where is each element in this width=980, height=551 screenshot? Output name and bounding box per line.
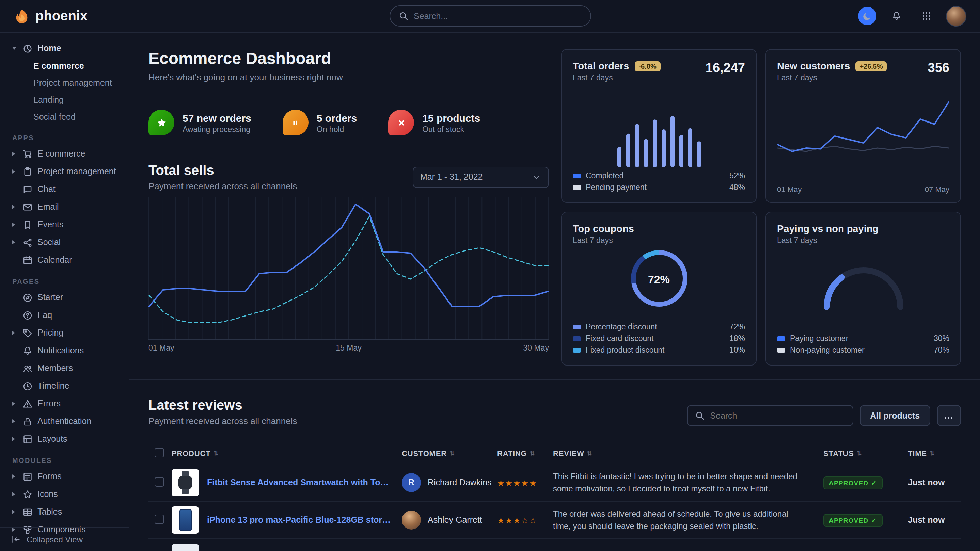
clock-icon	[22, 381, 33, 391]
legend-row: Paying customer 30%	[777, 334, 949, 342]
sidebar-item[interactable]: Errors	[0, 395, 129, 413]
caret-right-icon	[12, 331, 18, 335]
sidebar-item[interactable]: Starter	[0, 289, 129, 306]
sidebar-item-home[interactable]: Home	[0, 40, 129, 57]
sidebar-item[interactable]: Timeline	[0, 377, 129, 395]
legend-label: Non-paying customer	[790, 346, 865, 354]
bookmark-icon	[22, 219, 33, 230]
legend-swatch	[573, 348, 581, 352]
sidebar-item-label: Icons	[37, 489, 58, 499]
sidebar-item[interactable]: Project management	[0, 163, 129, 180]
column-header[interactable]: CUSTOMER ⇅	[402, 449, 497, 457]
layout-icon	[22, 434, 33, 444]
lock-icon	[22, 416, 33, 426]
more-options-button[interactable]: ...	[937, 405, 961, 426]
sidebar-section: MODULES Forms	[0, 448, 129, 538]
sidebar-item[interactable]: Members	[0, 359, 129, 377]
card-period: Last 7 days	[573, 73, 660, 82]
sidebar-item[interactable]: E commerce	[0, 145, 129, 163]
sidebar-item[interactable]: Forms	[0, 468, 129, 485]
sidebar-home-children: E commerce Project management Landing So…	[0, 57, 129, 125]
card-title: Total orders	[573, 60, 629, 71]
all-products-button[interactable]: All products	[860, 405, 930, 426]
sidebar-item[interactable]: Tables	[0, 503, 129, 521]
reviews-table: PRODUCT ⇅ CUSTOMER ⇅ RATING ⇅	[148, 442, 961, 551]
star-solid-icon	[148, 110, 174, 135]
product-link[interactable]: Fitbit Sense Advanced Smartwatch with To…	[207, 478, 392, 487]
row-checkbox[interactable]	[154, 514, 164, 524]
reviews-search[interactable]	[687, 405, 853, 426]
sidebar-item-label: Layouts	[37, 434, 67, 444]
caret-right-icon	[12, 170, 18, 173]
sidebar-item[interactable]: Events	[0, 216, 129, 233]
product-link[interactable]: iPhone 13 pro max-Pacific Blue-128GB sto…	[207, 515, 392, 525]
sidebar-subitem-label: Landing	[33, 95, 64, 105]
sidebar-item-label: Timeline	[37, 381, 70, 391]
global-search-input[interactable]	[414, 11, 582, 21]
sidebar-subitem[interactable]: Landing	[0, 91, 129, 108]
sidebar-item-label: Pricing	[37, 328, 63, 338]
column-header[interactable]: PRODUCT ⇅	[172, 449, 402, 457]
customer-avatar	[402, 510, 421, 530]
collapsed-view-toggle[interactable]: Collapsed View	[0, 527, 129, 551]
apps-grid-button[interactable]	[916, 6, 936, 26]
tag-icon	[22, 328, 33, 338]
star-icon: ☆	[521, 516, 530, 525]
sidebar-item-label: Email	[37, 202, 59, 212]
theme-toggle-button[interactable]	[858, 7, 877, 25]
sidebar-item[interactable]: Layouts	[0, 430, 129, 448]
column-header-label: PRODUCT	[172, 449, 210, 457]
notifications-button[interactable]	[886, 6, 907, 26]
top-navbar: phoenix	[0, 0, 980, 33]
sidebar-item[interactable]: Faq	[0, 306, 129, 324]
caret-right-icon	[12, 152, 18, 156]
collapse-icon	[11, 534, 21, 545]
sidebar-item-label: Notifications	[37, 346, 84, 355]
card-legend: Percentage discount 72% Fixed card disco…	[573, 322, 745, 354]
sidebar-item[interactable]: Notifications	[0, 342, 129, 359]
card-period: Last 7 days	[777, 236, 949, 245]
star-icon: ★	[521, 478, 530, 488]
search-icon	[398, 11, 408, 21]
sidebar-section-title: MODULES	[0, 448, 129, 468]
sort-icon: ⇅	[587, 449, 592, 456]
legend-value: 72%	[729, 322, 745, 331]
stat-item: 5 orders On hold	[283, 110, 357, 135]
reviews-search-input[interactable]	[710, 411, 845, 420]
sidebar-item[interactable]: Calendar	[0, 251, 129, 269]
stat-item: 15 products Out of stock	[388, 110, 480, 135]
stat-value: 57 new orders	[183, 112, 251, 124]
sidebar-subitem-label: Social feed	[33, 112, 76, 122]
sidebar-subitem[interactable]: Social feed	[0, 108, 129, 125]
legend-swatch	[573, 324, 581, 329]
sidebar-subitem[interactable]: E commerce	[0, 57, 129, 74]
star-icon: ★	[505, 516, 514, 525]
sidebar-item[interactable]: Chat	[0, 180, 129, 198]
select-all-checkbox[interactable]	[154, 448, 164, 457]
sidebar-subitem[interactable]: Project management	[0, 74, 129, 91]
sidebar-item[interactable]: Authentication	[0, 413, 129, 430]
sidebar-sections: APPS E commerce	[0, 125, 129, 538]
column-header[interactable]: STATUS ⇅	[823, 449, 908, 457]
sidebar-item[interactable]: Icons	[0, 485, 129, 503]
stats-row: 57 new orders Awating processing 5 order…	[148, 110, 549, 135]
total-sells-x-axis: 01 May 15 May 30 May	[148, 344, 549, 352]
global-search[interactable]	[389, 5, 591, 27]
column-header[interactable]: RATING ⇅	[497, 449, 553, 457]
legend-value: 18%	[729, 334, 745, 342]
sidebar-item[interactable]: Pricing	[0, 324, 129, 342]
stat-caption: Out of stock	[422, 125, 480, 133]
sidebar-item[interactable]: Email	[0, 198, 129, 216]
date-range-select[interactable]: Mar 1 - 31, 2022	[413, 167, 549, 187]
star-icon: ★	[497, 478, 505, 488]
grid9-icon	[921, 11, 931, 21]
column-header[interactable]: REVIEW ⇅	[553, 449, 823, 457]
brand[interactable]: phoenix	[14, 8, 88, 24]
phoenix-logo-icon	[14, 8, 30, 24]
user-avatar[interactable]	[946, 6, 966, 26]
column-header[interactable]: TIME ⇅	[908, 449, 961, 457]
column-header-label: STATUS	[823, 449, 854, 457]
legend-value: 70%	[934, 346, 949, 354]
row-checkbox[interactable]	[154, 477, 164, 486]
sidebar-item[interactable]: Social	[0, 233, 129, 251]
